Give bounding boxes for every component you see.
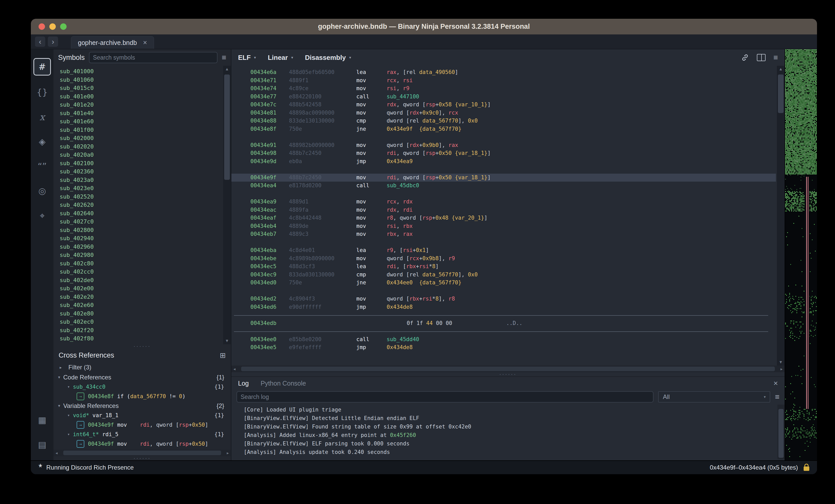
symbol-item[interactable]: sub_401060: [60, 76, 222, 84]
symbols-scrollbar[interactable]: ▲ ▼: [223, 66, 231, 344]
disasm-line[interactable]: 00434e9f488b7c2450movrdi, qword [rsp+0x5…: [231, 174, 776, 182]
disasm-line[interactable]: 00434ec9833da030130000cmpdword [rel data…: [250, 271, 766, 279]
symbol-item[interactable]: sub_4015c0: [60, 84, 222, 92]
view-options-icon[interactable]: ≡: [773, 53, 778, 62]
symbol-item[interactable]: sub_401f00: [60, 126, 222, 134]
split-view-icon[interactable]: [757, 54, 766, 61]
log-resize-grip[interactable]: ······: [231, 372, 785, 376]
close-window-button[interactable]: [39, 23, 45, 30]
scroll-up-icon[interactable]: ▲: [777, 66, 785, 72]
symbol-item[interactable]: sub_402e00: [60, 285, 222, 293]
disasm-line[interactable]: 00434e77e884220100callsub_447100: [250, 93, 766, 101]
types-icon[interactable]: {}: [34, 84, 50, 100]
disasm-line[interactable]: 00434e744c89cemovrsi, r9: [250, 85, 766, 93]
lock-icon[interactable]: [803, 466, 809, 471]
view-mode-menu[interactable]: Linear ▾: [268, 54, 293, 62]
xref-group[interactable]: ▾Code References{1}: [54, 373, 231, 382]
new-pane-icon[interactable]: ⊞: [220, 351, 226, 360]
tags-icon[interactable]: ◎: [34, 183, 50, 199]
scroll-right-icon[interactable]: ▸: [227, 450, 229, 456]
disasm-data-line[interactable]: 00434edb0f 1f 44 00 00..D..: [250, 319, 766, 328]
symbol-item[interactable]: sub_4023e0: [60, 184, 222, 193]
symbol-item[interactable]: sub_402f20: [60, 326, 222, 335]
tab-python-console[interactable]: Python Console: [261, 380, 306, 387]
disclosure-arrow-icon[interactable]: ▾: [67, 413, 70, 418]
panel-resize-grip[interactable]: ······: [54, 456, 231, 460]
symbol-item[interactable]: sub_402c80: [60, 259, 222, 268]
stack-icon[interactable]: ◈: [34, 133, 50, 149]
disasm-line[interactable]: 00434ea4e8178d0200callsub_45dbc0: [250, 182, 766, 190]
xref-item[interactable]: →00434e9f mov rdi, qword [rsp+0x50]: [54, 439, 231, 448]
log-search-input[interactable]: [237, 391, 653, 402]
scroll-left-icon[interactable]: ◂: [56, 450, 58, 456]
disasm-line[interactable]: 00434ebe4c8989b8090000movqword [rcx+0x9b…: [250, 255, 766, 263]
feature-map-canvas[interactable]: [785, 49, 817, 460]
symbol-item[interactable]: sub_401000: [60, 67, 222, 76]
disasm-line[interactable]: 00434eb74889c3movrbx, rax: [250, 230, 766, 238]
il-mode-menu[interactable]: Disassembly ▾: [305, 54, 351, 62]
memory-map-icon[interactable]: ⌖: [34, 208, 50, 224]
xref-group[interactable]: ▾sub_434cc0{1}: [54, 382, 231, 392]
symbol-item[interactable]: sub_402980: [60, 251, 222, 259]
disasm-line[interactable]: 00434e91488982b0090000movqword [rdx+0x9b…: [250, 141, 766, 149]
xref-group[interactable]: ▾void* var_18_1{1}: [54, 411, 231, 420]
symbol-item[interactable]: sub_4020a0: [60, 151, 222, 159]
close-log-icon[interactable]: ×: [773, 379, 778, 387]
disasm-line[interactable]: 00434ec5488d3cf3leardi, [rbx+rsi*8]: [250, 262, 766, 271]
scroll-right-icon[interactable]: ▸: [780, 366, 782, 372]
symbol-item[interactable]: sub_402620: [60, 201, 222, 209]
disasm-line[interactable]: 00434eaf4c8b442448movr8, qword [rsp+0x48…: [250, 214, 766, 222]
symbol-item[interactable]: sub_402de0: [60, 276, 222, 285]
symbol-item[interactable]: sub_402940: [60, 234, 222, 243]
symbol-item[interactable]: sub_402e20: [60, 293, 222, 301]
disasm-line[interactable]: 00434e88833de130130000cmpdword [rel data…: [250, 117, 766, 125]
disasm-line[interactable]: 00434eb44889demovrsi, rbx: [250, 222, 766, 230]
log-menu-icon[interactable]: ≡: [775, 393, 779, 401]
xref-group[interactable]: ▾Variable References{2}: [54, 401, 231, 411]
xref-filter-row[interactable]: ▸ Filter (3): [54, 362, 231, 373]
symbol-item[interactable]: sub_402360: [60, 167, 222, 176]
scrollbar-thumb[interactable]: [778, 75, 783, 113]
symbol-item[interactable]: sub_402800: [60, 226, 222, 234]
disclosure-arrow-icon[interactable]: ▾: [58, 403, 60, 408]
symbol-item[interactable]: sub_402ec0: [60, 318, 222, 326]
symbols-icon[interactable]: #: [34, 58, 51, 76]
symbol-item[interactable]: sub_402020: [60, 143, 222, 151]
panel-resize-grip[interactable]: ······: [54, 344, 231, 348]
disasm-line[interactable]: 00434e714889f1movrcx, rsi: [250, 77, 766, 85]
disasm-line[interactable]: 00434eba4c8d4e01lear9, [rsi+0x1]: [250, 246, 766, 255]
symbol-item[interactable]: sub_4023a0: [60, 176, 222, 185]
minimize-window-button[interactable]: [49, 23, 56, 30]
disclosure-arrow-icon[interactable]: ▸: [60, 365, 62, 370]
symbol-item[interactable]: sub_402e60: [60, 301, 222, 310]
symbols-search-input[interactable]: [89, 52, 218, 63]
binary-type-menu[interactable]: ELF ▾: [238, 54, 256, 62]
xref-group[interactable]: ▾int64_t* rdi_5{1}: [54, 429, 231, 439]
tab-gopher-archive[interactable]: gopher-archive.bndb ×: [71, 36, 154, 49]
symbol-item[interactable]: sub_4027c0: [60, 217, 222, 226]
disasm-line[interactable]: 00434e9deb0ajmp0x434ea9: [250, 158, 766, 166]
symbol-item[interactable]: sub_402f80: [60, 334, 222, 343]
log-filter-dropdown[interactable]: All ▾: [658, 391, 770, 402]
disclosure-arrow-icon[interactable]: ▾: [67, 384, 70, 389]
scrollbar-thumb[interactable]: [778, 409, 783, 458]
disclosure-arrow-icon[interactable]: ▾: [67, 432, 70, 437]
scrollbar-thumb[interactable]: [224, 75, 230, 180]
disassembly-scrollbar[interactable]: ▲ ▼: [777, 66, 785, 365]
xref-item[interactable]: →00434e8f if (data_567f70 != 0): [54, 392, 231, 401]
disasm-line[interactable]: 00434eac4889famovrdx, rdi: [250, 206, 766, 214]
scrollbar-thumb[interactable]: [63, 450, 221, 455]
disassembly-hscrollbar[interactable]: ◂ ▸: [231, 365, 785, 372]
disasm-line[interactable]: 00434ea94889d1movrcx, rdx: [250, 198, 766, 206]
scroll-left-icon[interactable]: ◂: [233, 366, 236, 372]
xref-hscrollbar[interactable]: ◂ ▸: [54, 449, 231, 456]
disclosure-arrow-icon[interactable]: ▾: [58, 375, 60, 380]
symbol-item[interactable]: sub_402640: [60, 209, 222, 218]
symbol-item[interactable]: sub_401e20: [60, 101, 222, 109]
scroll-down-icon[interactable]: ▼: [223, 338, 231, 344]
disasm-line[interactable]: 00434e8f750ejne0x434e9f {data_567f70}: [250, 125, 766, 133]
link-icon[interactable]: [741, 54, 749, 62]
nav-forward-button[interactable]: ›: [48, 37, 58, 47]
log-scrollbar[interactable]: [777, 404, 785, 459]
nav-back-button[interactable]: ‹: [35, 37, 45, 47]
